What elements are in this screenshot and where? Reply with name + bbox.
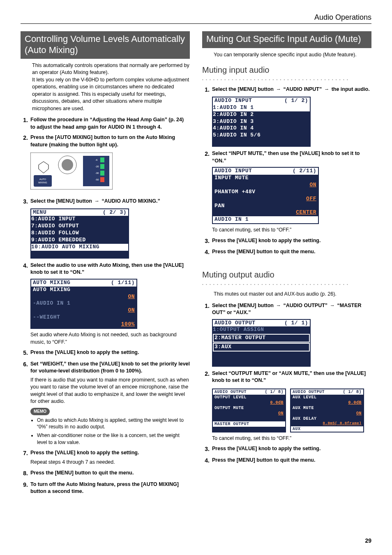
svg-point-5 — [62, 159, 73, 171]
svg-rect-1 — [34, 175, 52, 187]
lcd-input-mute: AUDIO INPUT( 2/11) INPUT MUTE ON PHANTOM… — [212, 167, 319, 224]
step-6-note: If there is audio that you want to make … — [21, 377, 190, 405]
page-header: Audio Operations — [21, 12, 371, 24]
left-intro: This automatically controls operations t… — [21, 62, 190, 113]
lcd-master-output: AUDIO OUTPUT( 1/ 8) OUTPUT LEVEL 0.0dB O… — [212, 388, 286, 432]
svg-rect-8 — [100, 164, 104, 169]
memo-badge: MEMO — [30, 408, 50, 415]
svg-rect-9 — [100, 171, 104, 176]
lcd-output-pair: AUDIO OUTPUT( 1/ 8) OUTPUT LEVEL 0.0dB O… — [212, 386, 371, 435]
arrow-icon: → — [330, 303, 335, 308]
output-intro: This mutes out master out and AUX-bus au… — [202, 291, 371, 298]
memo-item: On audio to which Auto Mixing is applied… — [37, 417, 190, 431]
lcd-menu: MENU( 2/ 3) 6:AUDIO INPUT 7:AUDIO OUTPUT… — [30, 208, 129, 259]
arrow-icon: → — [94, 198, 99, 204]
lcd-aux-output: AUDIO OUTPUT( 1/ 8) AUX LEVEL 0.0dB AUX … — [290, 388, 364, 432]
svg-text:-20: -20 — [95, 165, 99, 168]
svg-rect-10 — [100, 177, 104, 182]
dotted-rule: • • • • • • • • • • • • • • • • • • • • … — [202, 282, 371, 287]
arrow-icon: → — [276, 303, 281, 308]
left-title: Controlling Volume Levels Automatically … — [21, 31, 190, 59]
step-4: 4.Select the audio to use with Auto Mixi… — [21, 262, 190, 276]
dotted-rule: • • • • • • • • • • • • • • • • • • • • … — [202, 77, 371, 82]
step-2: 2.Press the [AUTO MIXING] button to turn… — [21, 134, 190, 148]
input-step-1: 1.Select the [MENU] button → “AUDIO INPU… — [202, 86, 371, 94]
step-1: 1.Follow the procedure in “Adjusting the… — [21, 116, 190, 131]
svg-text:-6: -6 — [95, 159, 98, 161]
lcd-audio-input: AUDIO INPUT( 1/ 2) 1:AUDIO IN 1 2:AUDIO … — [212, 97, 311, 147]
step-6: 6.Set “WEIGHT,” then use the [VALUE] kno… — [21, 361, 190, 375]
panel-illustration: AUTO MIXING -6 -20 -30 -50 — [30, 153, 113, 190]
output-step-1: 1.Select the [MENU] button → “AUDIO OUTP… — [202, 302, 371, 317]
svg-text:MIXING: MIXING — [38, 181, 47, 184]
memo-list: On audio to which Auto Mixing is applied… — [21, 417, 190, 446]
lcd-audio-output: AUDIO OUTPUT( 1/ 1) 1:OUTPUT ASSIGN 2:MA… — [212, 319, 311, 367]
arrow-icon: → — [324, 86, 330, 92]
svg-rect-7 — [100, 157, 104, 162]
step-9: 9.To turn off the Auto Mixing feature, p… — [21, 481, 190, 495]
arrow-icon: → — [276, 86, 281, 92]
memo-item: When air-conditioner noise or the like i… — [37, 432, 190, 446]
subhead-input: Muting input audio — [202, 64, 371, 76]
step-8: 8.Press the [MENU] button to quit the me… — [21, 469, 190, 478]
right-intro: You can temporarily silence specific inp… — [202, 51, 371, 59]
input-step-2-note: To cancel muting, set this to “OFF.” — [202, 227, 371, 234]
svg-text:AUTO: AUTO — [39, 178, 46, 180]
output-step-2: 2.Select “OUTPUT MUTE” or “AUX MUTE,” th… — [202, 370, 371, 384]
step-7-note: Repeat steps 4 through 7 as needed. — [21, 459, 190, 466]
output-step-2-note: To cancel muting, set this to “OFF.” — [202, 435, 371, 442]
step-3: 3.Select the [MENU] button → “AUDIO AUTO… — [21, 198, 190, 206]
svg-text:-50: -50 — [95, 178, 99, 181]
left-column: Controlling Volume Levels Automatically … — [21, 31, 190, 497]
input-step-2: 2.Select “INPUT MUTE,” then use the [VAL… — [202, 150, 371, 164]
subhead-output: Muting output audio — [202, 269, 371, 280]
svg-text:-30: -30 — [95, 172, 99, 174]
section-title: Audio Operations — [314, 13, 371, 21]
page-number: 29 — [365, 537, 371, 545]
input-step-4: 4.Press the [MENU] button to quit the me… — [202, 248, 371, 257]
right-title: Muting Out Specific Input Audio (Mute) — [202, 31, 371, 48]
right-column: Muting Out Specific Input Audio (Mute) Y… — [202, 31, 371, 497]
step-5: 5.Press the [VALUE] knob to apply the se… — [21, 349, 190, 357]
input-step-3: 3.Press the [VALUE] knob to apply the se… — [202, 237, 371, 245]
step-7: 7.Press the [VALUE] knob to apply the se… — [21, 449, 190, 458]
output-step-3: 3.Press the [VALUE] knob to apply the se… — [202, 445, 371, 453]
lcd-auto-mixing: AUTO MIXING( 1/11) AUTO MIXING ON -AUDIO… — [30, 279, 137, 329]
step-4-note: Set audio where Auto Mixing is not neede… — [21, 331, 190, 346]
output-step-4: 4.Press the [MENU] button to quit the me… — [202, 457, 371, 465]
